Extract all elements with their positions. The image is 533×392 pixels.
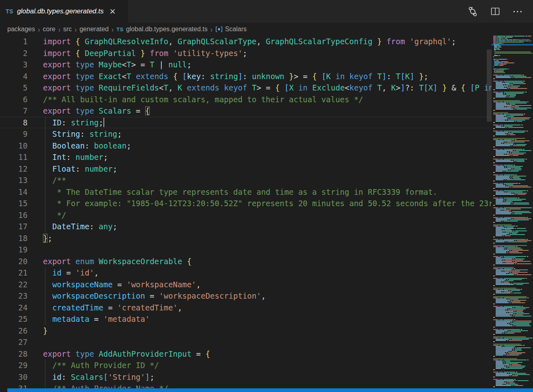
code-line-18[interactable]: 18}; bbox=[0, 233, 492, 244]
code-line-6[interactable]: 6/** All built-in and custom scalars, ma… bbox=[0, 94, 492, 106]
code-editor[interactable]: 1import { GraphQLResolveInfo, GraphQLSca… bbox=[0, 36, 492, 392]
line-number[interactable]: 29 bbox=[0, 360, 28, 371]
code-token: Scalars bbox=[71, 373, 103, 381]
line-number[interactable]: 23 bbox=[0, 290, 28, 302]
code-line-16[interactable]: 16 */ bbox=[0, 209, 492, 221]
line-number[interactable]: 15 bbox=[0, 198, 28, 209]
line-number[interactable]: 24 bbox=[0, 302, 28, 314]
line-number[interactable]: 8 bbox=[0, 117, 28, 129]
tab-bar: TS global.db.types.generated.ts ✕ bbox=[0, 0, 533, 23]
code-line-25[interactable]: 25 metadata = 'metadata' bbox=[0, 313, 492, 325]
code-line-21[interactable]: 21 id = 'id', bbox=[0, 267, 492, 279]
line-number[interactable]: 26 bbox=[0, 325, 28, 337]
line-number[interactable]: 19 bbox=[0, 244, 28, 256]
code-line-9[interactable]: 9 String: string; bbox=[0, 128, 492, 140]
code-line-19[interactable]: 19 bbox=[0, 244, 492, 256]
code-line-5[interactable]: 5export type RequireFields<T, K extends … bbox=[0, 82, 492, 94]
code-line-7[interactable]: 7export type Scalars = { bbox=[0, 105, 492, 117]
code-line-8[interactable]: 8 ID: string; bbox=[0, 117, 492, 129]
line-number[interactable]: 1 bbox=[0, 36, 28, 47]
line-number[interactable]: 22 bbox=[0, 279, 28, 291]
code-line-2[interactable]: 2import { DeepPartial } from 'utility-ty… bbox=[0, 47, 492, 59]
line-number[interactable]: 6 bbox=[0, 94, 28, 106]
line-number[interactable]: 30 bbox=[0, 371, 28, 383]
code-line-24[interactable]: 24 createdTime = 'createdTime', bbox=[0, 302, 492, 314]
open-changes-icon[interactable] bbox=[467, 6, 478, 17]
line-number[interactable]: 12 bbox=[0, 163, 28, 175]
line-number[interactable]: 9 bbox=[0, 128, 28, 140]
code-line-30[interactable]: 30 id: Scalars['String']; bbox=[0, 371, 492, 383]
code-token: < bbox=[122, 72, 127, 81]
code-token: ] bbox=[400, 83, 405, 92]
code-line-26[interactable]: 26} bbox=[0, 325, 492, 337]
breadcrumb-item-core[interactable]: core bbox=[43, 26, 56, 33]
code-token: > = bbox=[294, 72, 312, 81]
vscode-window: TS global.db.types.generated.ts ✕ bbox=[0, 0, 533, 392]
line-number[interactable]: 13 bbox=[0, 174, 28, 186]
code-text: DateTime: any; bbox=[43, 221, 117, 233]
code-line-12[interactable]: 12 Float: number; bbox=[0, 163, 492, 175]
code-text: import { GraphQLResolveInfo, GraphQLScal… bbox=[43, 36, 456, 47]
code-line-15[interactable]: 15 * For example: "1985-04-12T23:20:50.5… bbox=[0, 198, 492, 209]
code-token: [ bbox=[423, 83, 428, 92]
line-number[interactable]: 11 bbox=[0, 151, 28, 163]
breadcrumb-item-scalars[interactable]: Scalars bbox=[215, 26, 247, 33]
line-number[interactable]: 2 bbox=[0, 47, 28, 59]
code-token: /** bbox=[43, 176, 66, 185]
split-editor-icon[interactable] bbox=[490, 6, 500, 16]
code-token bbox=[43, 141, 52, 150]
code-token: ; bbox=[117, 129, 122, 138]
code-token bbox=[465, 83, 470, 92]
line-number[interactable]: 16 bbox=[0, 209, 28, 221]
code-token bbox=[247, 83, 251, 92]
code-token: workspaceName bbox=[52, 280, 113, 289]
code-token bbox=[284, 72, 289, 81]
code-text: * For example: "1985-04-12T23:20:50.52Z"… bbox=[43, 198, 492, 209]
code-token: X bbox=[428, 83, 433, 92]
code-line-28[interactable]: 28export type AddAuthProviderInput = { bbox=[0, 348, 492, 360]
code-line-22[interactable]: 22 workspaceName = 'workspaceName', bbox=[0, 279, 492, 291]
breadcrumb-label: Scalars bbox=[225, 26, 247, 33]
code-line-17[interactable]: 17 DateTime: any; bbox=[0, 221, 492, 233]
line-number[interactable]: 4 bbox=[0, 71, 28, 82]
line-number[interactable]: 3 bbox=[0, 59, 28, 71]
code-token: AddAuthProviderInput bbox=[99, 349, 191, 358]
line-number[interactable]: 21 bbox=[0, 267, 28, 279]
line-number[interactable]: 5 bbox=[0, 82, 28, 94]
code-line-14[interactable]: 14 * The DateTime scalar type represents… bbox=[0, 186, 492, 198]
code-line-20[interactable]: 20export enum WorkspaceOrderable { bbox=[0, 256, 492, 267]
line-number[interactable]: 17 bbox=[0, 221, 28, 233]
line-number[interactable]: 10 bbox=[0, 140, 28, 152]
code-line-23[interactable]: 23 workspaceDescription = 'workspaceDesc… bbox=[0, 290, 492, 302]
line-number[interactable]: 27 bbox=[0, 336, 28, 348]
minimap[interactable] bbox=[492, 36, 533, 392]
line-number[interactable]: 28 bbox=[0, 348, 28, 360]
code-token bbox=[294, 83, 298, 92]
breadcrumb-item-global-db-types-generated-ts[interactable]: TSglobal.db.types.generated.ts bbox=[116, 26, 208, 33]
tab-global-db-types[interactable]: TS global.db.types.generated.ts ✕ bbox=[0, 0, 128, 23]
code-text: Float: number; bbox=[43, 163, 117, 175]
code-token: ; bbox=[99, 118, 103, 127]
code-token: [ bbox=[400, 72, 405, 81]
code-line-10[interactable]: 10 Boolean: boolean; bbox=[0, 140, 492, 152]
code-line-4[interactable]: 4export type Exact<T extends { [key: str… bbox=[0, 71, 492, 82]
code-line-3[interactable]: 3export type Maybe<T> = T | null; bbox=[0, 59, 492, 71]
code-line-11[interactable]: 11 Int: number; bbox=[0, 151, 492, 163]
code-line-29[interactable]: 29 /** Auth Provider ID */ bbox=[0, 360, 492, 371]
more-actions-icon[interactable]: ⋯ bbox=[512, 7, 523, 15]
breadcrumb-item-generated[interactable]: generated bbox=[80, 26, 109, 33]
vertical-scrollbar[interactable] bbox=[487, 50, 492, 122]
line-number[interactable]: 20 bbox=[0, 256, 28, 267]
code-text: } bbox=[43, 325, 47, 337]
line-number[interactable]: 7 bbox=[0, 105, 28, 117]
code-line-1[interactable]: 1import { GraphQLResolveInfo, GraphQLSca… bbox=[0, 36, 492, 47]
code-line-13[interactable]: 13 /** bbox=[0, 174, 492, 186]
close-icon[interactable]: ✕ bbox=[110, 8, 116, 15]
code-line-27[interactable]: 27 bbox=[0, 336, 492, 348]
line-number[interactable]: 18 bbox=[0, 233, 28, 244]
code-token: { bbox=[187, 257, 191, 266]
breadcrumb-item-packages[interactable]: packages bbox=[7, 26, 35, 33]
line-number[interactable]: 25 bbox=[0, 313, 28, 325]
breadcrumb-item-src[interactable]: src bbox=[63, 26, 72, 33]
line-number[interactable]: 14 bbox=[0, 186, 28, 198]
